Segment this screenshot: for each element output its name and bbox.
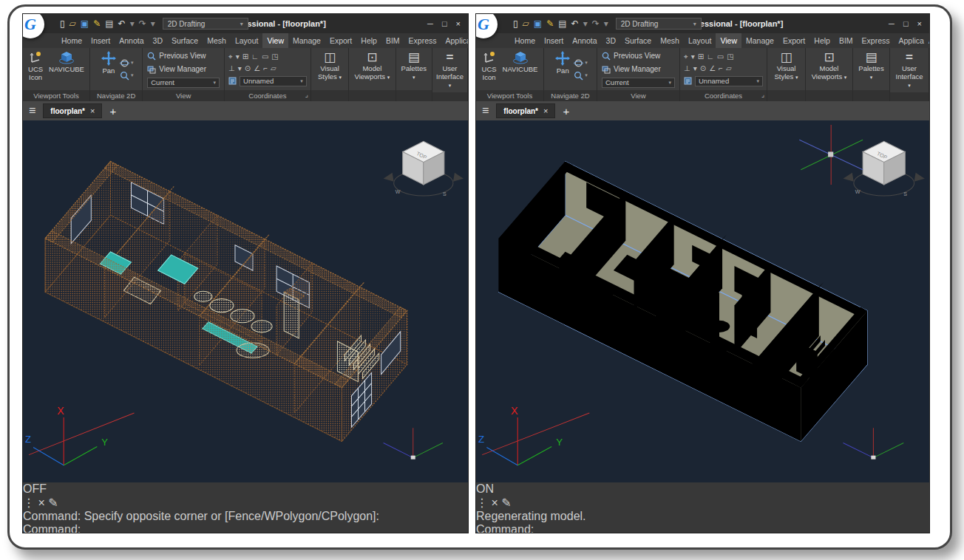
menu-tab-3d[interactable]: 3D: [149, 33, 167, 48]
command-line-window[interactable]: ⋮ × ✎ Regenerating model. Command:: [476, 496, 929, 533]
pencil-icon[interactable]: ✎: [501, 496, 511, 509]
pan-button[interactable]: Pan: [99, 49, 118, 89]
ucs-3point-icon[interactable]: ∠: [254, 64, 260, 72]
workspace-selector[interactable]: 2D Drafting ▾: [616, 18, 702, 30]
save-as-icon[interactable]: ✎: [93, 19, 101, 28]
undo-dropdown-icon[interactable]: ▾: [130, 19, 135, 28]
previous-view-button[interactable]: Previous View: [144, 49, 223, 62]
menu-tab-application[interactable]: Applica: [441, 33, 469, 48]
navicube-widget[interactable]: TOP W S: [844, 141, 925, 197]
ucs-name-dropdown[interactable]: Unnamed ▾: [695, 76, 763, 86]
menu-tab-application[interactable]: Applica: [895, 33, 929, 48]
ucs-y-rotate-icon[interactable]: ▱: [271, 64, 276, 72]
model-viewports-button[interactable]: ⊡ Model Viewports ▾: [807, 49, 851, 89]
user-interface-button[interactable]: = User Interface ▾: [892, 49, 927, 91]
ucs-z-axis-icon[interactable]: ∟: [251, 52, 259, 61]
zoom-realtime-button[interactable]: ▾: [120, 71, 134, 81]
ucs-previous-icon[interactable]: ⊥: [228, 64, 235, 72]
menu-tab-bim[interactable]: BIM: [835, 33, 858, 48]
ucs-named-icon[interactable]: ⊙: [700, 64, 706, 72]
menu-tab-3d[interactable]: 3D: [602, 33, 620, 48]
undo-icon[interactable]: ↶: [118, 19, 126, 28]
orbit-button[interactable]: ▾: [574, 58, 588, 68]
drag-handle-icon[interactable]: ⋮: [476, 496, 488, 509]
redo-icon[interactable]: ↷: [139, 19, 146, 28]
palettes-button[interactable]: ▤ Palettes ▾: [398, 49, 430, 89]
ucs-view-icon[interactable]: ▭: [717, 52, 724, 61]
save-icon[interactable]: ▣: [81, 19, 89, 28]
orbit-button[interactable]: ▾: [120, 58, 134, 68]
new-tab-icon[interactable]: +: [563, 105, 569, 117]
menu-tab-view[interactable]: View: [262, 33, 288, 48]
navicube-button[interactable]: NAVICUBE: [500, 49, 540, 89]
maximize-icon[interactable]: □: [903, 19, 909, 28]
save-icon[interactable]: ▣: [534, 19, 542, 28]
plot-icon[interactable]: ▤: [105, 19, 113, 28]
file-tabs-menu-icon[interactable]: ≡: [29, 104, 35, 117]
open-folder-icon[interactable]: ▱: [523, 19, 529, 28]
ucs-dropdown-icon[interactable]: ▾: [236, 52, 240, 61]
user-interface-button[interactable]: = User Interface ▾: [434, 49, 466, 91]
menu-tab-insert[interactable]: Insert: [540, 33, 568, 48]
zoom-realtime-button[interactable]: ▾: [574, 71, 588, 81]
palettes-button[interactable]: ▤ Palettes ▾: [855, 49, 888, 89]
menu-tab-export[interactable]: Export: [325, 33, 356, 48]
menu-tab-insert[interactable]: Insert: [86, 33, 115, 48]
visual-styles-button[interactable]: ◫ Visual Styles ▾: [313, 49, 347, 89]
navicube-button[interactable]: NAVICUBE: [47, 49, 86, 89]
command-line-window[interactable]: ⋮ × ✎ Command: Specify opposite corner o…: [23, 496, 468, 533]
ucs-y-rotate-icon[interactable]: ▱: [726, 64, 732, 72]
menu-tab-export[interactable]: Export: [778, 33, 809, 48]
save-as-icon[interactable]: ✎: [546, 19, 554, 28]
ucs-dropdown2-icon[interactable]: ▾: [693, 64, 697, 72]
drawing-viewport[interactable]: X Y Z TOP W S: [23, 120, 468, 482]
menu-tab-annotate[interactable]: Annota: [115, 33, 148, 48]
view-manager-button[interactable]: View Manager: [599, 63, 678, 75]
close-icon[interactable]: ×: [543, 106, 548, 115]
undo-dropdown-icon[interactable]: ▾: [583, 19, 588, 28]
menu-tab-manage[interactable]: Manage: [741, 33, 778, 48]
ucs-z-axis-icon[interactable]: ∟: [707, 52, 714, 61]
ucs-x-rotate-icon[interactable]: ⌐: [263, 64, 268, 72]
ucs-origin-icon[interactable]: ⊞: [698, 52, 704, 61]
menu-tab-view[interactable]: View: [716, 33, 741, 48]
close-icon[interactable]: ×: [917, 19, 922, 28]
ucs-world-icon[interactable]: ⌖: [228, 52, 233, 61]
navicube-widget[interactable]: TOP W S: [384, 141, 464, 197]
close-icon[interactable]: ×: [456, 19, 461, 28]
appearance-menu[interactable]: Appearance ▾: [929, 37, 930, 45]
ucs-dropdown2-icon[interactable]: ▾: [238, 64, 242, 72]
menu-tab-express[interactable]: Express: [404, 33, 441, 48]
ucs-x-rotate-icon[interactable]: ⌐: [719, 64, 723, 72]
ucs-world-icon[interactable]: ⌖: [684, 52, 688, 61]
menu-tab-surface[interactable]: Surface: [620, 33, 656, 48]
ucs-object-icon[interactable]: ◳: [727, 52, 733, 61]
command-prompt-line[interactable]: Command:: [476, 523, 929, 533]
menu-tab-manage[interactable]: Manage: [288, 33, 325, 48]
menu-tab-layout[interactable]: Layout: [231, 33, 263, 48]
file-tabs-menu-icon[interactable]: ≡: [482, 104, 489, 117]
current-view-dropdown[interactable]: Current ▾: [602, 78, 675, 88]
menu-tab-bim[interactable]: BIM: [381, 33, 404, 48]
previous-view-button[interactable]: Previous View: [599, 49, 678, 62]
pan-button[interactable]: Pan: [553, 49, 572, 89]
current-view-dropdown[interactable]: Current ▾: [147, 78, 220, 88]
model-viewports-button[interactable]: ⊡ Model Viewports ▾: [350, 49, 393, 89]
ucs-icon-button[interactable]: UCSIcon: [480, 49, 499, 89]
dialog-launcher-icon[interactable]: ⌟: [761, 91, 764, 98]
ucs-view-icon[interactable]: ▭: [262, 52, 268, 61]
menu-tab-home[interactable]: Home: [510, 33, 540, 48]
dialog-launcher-icon[interactable]: ⌟: [305, 91, 308, 98]
menu-tab-help[interactable]: Help: [809, 33, 835, 48]
drag-handle-icon[interactable]: ⋮: [23, 496, 35, 509]
menu-tab-mesh[interactable]: Mesh: [203, 33, 231, 48]
menu-tab-express[interactable]: Express: [858, 33, 895, 48]
drawing-viewport[interactable]: X Y Z TOP W S: [476, 120, 929, 482]
visual-styles-button[interactable]: ◫ Visual Styles ▾: [769, 49, 804, 89]
ucs-named-icon[interactable]: ⊙: [245, 64, 251, 72]
redo-icon[interactable]: ↷: [592, 19, 600, 28]
workspace-selector[interactable]: 2D Drafting ▾: [163, 18, 248, 30]
doc-tab-floorplan[interactable]: floorplan* ×: [496, 103, 555, 118]
ucs-3point-icon[interactable]: ∠: [709, 64, 716, 72]
menu-tab-help[interactable]: Help: [356, 33, 381, 48]
